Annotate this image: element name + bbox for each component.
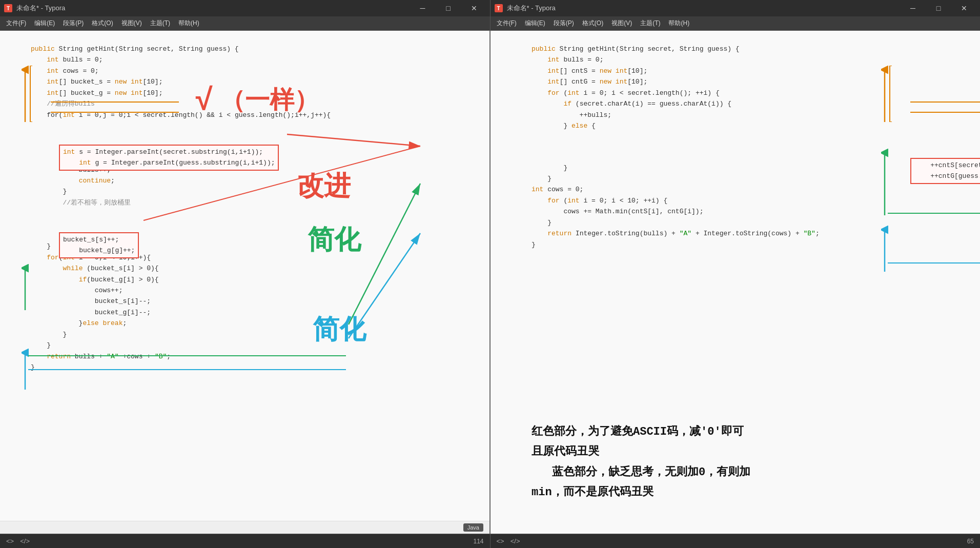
- left-jianhua2-annotation: 简化: [313, 310, 366, 353]
- left-editor-panel[interactable]: public String getHint(String secret, Str…: [0, 31, 491, 534]
- left-green-hline: [28, 355, 346, 356]
- right-blue-up-arrow: [881, 226, 888, 272]
- left-yiyang-annotation: （一样）: [220, 82, 319, 121]
- right-menu-edit[interactable]: 编辑(E): [521, 17, 549, 30]
- left-word-count: 114: [473, 538, 483, 545]
- right-blue-hline: [888, 262, 980, 263]
- left-maximize-button[interactable]: □: [437, 1, 460, 15]
- right-menu-view[interactable]: 视图(V): [607, 17, 636, 30]
- right-status-bar: <> </> 65: [491, 534, 981, 548]
- right-orange-bracket: [888, 66, 892, 122]
- right-code-block2[interactable]: for (int i = 0; i < secret.length(); ++i…: [506, 88, 965, 132]
- right-menu-file[interactable]: 文件(F): [493, 17, 521, 30]
- left-checkmark: √: [195, 77, 213, 126]
- left-red-box-parseint: int s = Integer.parseInt(secret.substrin…: [59, 145, 279, 171]
- right-code-block4[interactable]: int cows = 0; for (int i = 0; i < 10; ++…: [506, 184, 965, 228]
- left-close-button[interactable]: ✕: [462, 1, 486, 15]
- left-lang-badge: Java: [463, 523, 483, 532]
- left-menu-edit[interactable]: 编辑(E): [30, 17, 59, 30]
- right-app-icon: T: [495, 4, 503, 12]
- left-menu-format[interactable]: 格式(O): [88, 17, 117, 30]
- right-annotation-line2: 且原代码丑哭: [532, 442, 970, 462]
- right-code-block5[interactable]: return Integer.toString(bulls) + "A" + I…: [506, 228, 965, 250]
- left-jianhua1-annotation: 简化: [308, 220, 361, 263]
- right-status-icon2[interactable]: </>: [511, 537, 520, 545]
- app-container: T 未命名* - Typora ─ □ ✕ T 未命名* - Typora ─ …: [0, 0, 980, 548]
- left-gaijin-annotation: 改进: [297, 167, 351, 209]
- right-window-title: 未命名* - Typora: [507, 4, 556, 13]
- right-red-box-cnt: ++cntS[secret.charAt(i) - '0']; ++cntG[g…: [910, 158, 980, 184]
- left-code-block4[interactable]: } for(int i = 0;i < 10;i++){ while (buck…: [15, 241, 474, 373]
- right-title-bar: T 未命名* - Typora ─ □ ✕: [491, 0, 981, 16]
- right-editor-content: public String getHint(String secret, Str…: [491, 31, 980, 534]
- right-annotation-line1: 红色部分，为了避免ASCII码，减'0'即可: [532, 422, 970, 442]
- right-word-count: 65: [967, 538, 974, 545]
- right-green-hline: [888, 213, 980, 214]
- right-menu-format[interactable]: 格式(O): [578, 17, 607, 30]
- left-blue-up-arrow: [22, 349, 29, 390]
- right-text-annotation: 红色部分，为了避免ASCII码，减'0'即可 且原代码丑哭 蓝色部分，缺乏思考，…: [532, 422, 970, 503]
- right-menu-help[interactable]: 帮助(H): [664, 17, 693, 30]
- left-orange-up-arrow: [22, 66, 29, 122]
- left-menu-theme[interactable]: 主题(T): [146, 17, 174, 30]
- left-menu-bar: 文件(F) 编辑(E) 段落(P) 格式(O) 视图(V) 主题(T) 帮助(H…: [0, 16, 491, 31]
- left-title-bar: T 未命名* - Typora ─ □ ✕: [0, 0, 491, 16]
- status-bar-container: <> </> 114 <> </> 65: [0, 534, 980, 548]
- left-status-icon1[interactable]: <>: [6, 537, 14, 545]
- left-minimize-button[interactable]: ─: [411, 1, 435, 15]
- left-blue-hline: [28, 369, 346, 370]
- right-underline-cnts: [910, 102, 980, 103]
- left-app-icon: T: [4, 4, 12, 12]
- left-underline-bucket-g: [51, 112, 179, 113]
- right-code-block3[interactable]: } }: [506, 163, 965, 185]
- main-area: public String getHint(String secret, Str…: [0, 31, 980, 534]
- right-minimize-button[interactable]: ─: [901, 1, 925, 15]
- right-code-block[interactable]: public String getHint(String secret, Str…: [506, 41, 965, 88]
- right-menu-para[interactable]: 段落(P): [549, 17, 578, 30]
- left-lang-bar: Java: [0, 521, 489, 534]
- left-status-bar: <> </> 114: [0, 534, 491, 548]
- left-status-icon2[interactable]: </>: [20, 537, 30, 545]
- right-status-icon1[interactable]: <>: [497, 537, 504, 545]
- right-close-button[interactable]: ✕: [952, 1, 976, 15]
- left-editor-content: public String getHint(String secret, Str…: [0, 31, 489, 521]
- left-menu-file[interactable]: 文件(F): [2, 17, 30, 30]
- left-menu-para[interactable]: 段落(P): [59, 17, 88, 30]
- right-annotation-line3: 蓝色部分，缺乏思考，无则加0，有则加: [532, 462, 970, 483]
- left-menu-view[interactable]: 视图(V): [117, 17, 146, 30]
- left-window-title: 未命名* - Typora: [16, 4, 65, 13]
- right-orange-up-arrow: [881, 66, 888, 122]
- menu-bar-container: 文件(F) 编辑(E) 段落(P) 格式(O) 视图(V) 主题(T) 帮助(H…: [0, 16, 980, 31]
- left-red-box-bucket: bucket_s[s]++; bucket_g[g]++;: [59, 232, 139, 258]
- right-editor-panel[interactable]: public String getHint(String secret, Str…: [491, 31, 980, 534]
- right-menu-theme[interactable]: 主题(T): [636, 17, 664, 30]
- left-orange-bracket-top: [28, 66, 32, 122]
- left-menu-help[interactable]: 帮助(H): [174, 17, 203, 30]
- right-underline-cntg: [910, 112, 980, 113]
- left-green-up-arrow: [22, 264, 29, 310]
- right-menu-bar: 文件(F) 编辑(E) 段落(P) 格式(O) 视图(V) 主题(T) 帮助(H…: [491, 16, 981, 31]
- right-green-up-arrow: [881, 149, 888, 215]
- title-bar-container: T 未命名* - Typora ─ □ ✕ T 未命名* - Typora ─ …: [0, 0, 980, 16]
- right-annotation-line4: min，而不是原代码丑哭: [532, 482, 970, 503]
- right-maximize-button[interactable]: □: [927, 1, 950, 15]
- left-underline-bucket-s: [51, 102, 179, 103]
